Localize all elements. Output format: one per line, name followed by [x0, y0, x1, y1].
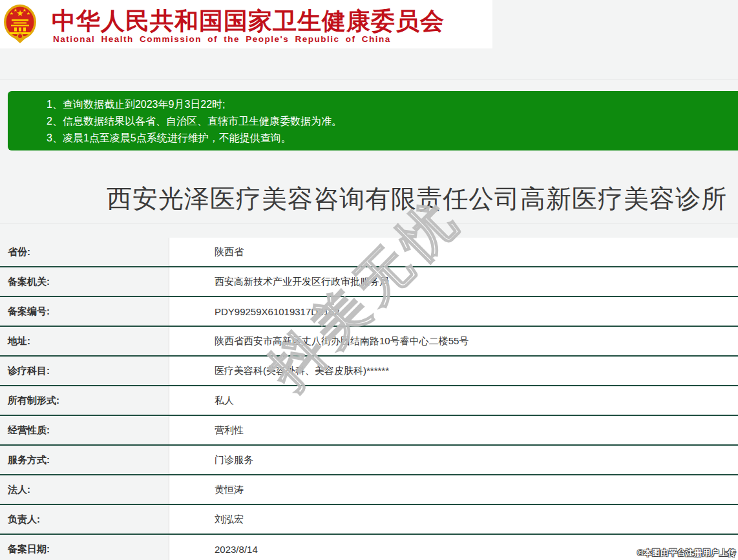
clinic-name-title: 西安光泽医疗美容咨询有限责任公司高新医疗美容诊所 [107, 181, 727, 216]
table-row-filing-number: 备案编号: PDY99259X61019317D2162 [0, 297, 738, 327]
page: { "header": { "title_cn": "中华人民共和国国家卫生健康… [0, 0, 738, 560]
table-row-service-mode: 服务方式: 门诊服务 [0, 446, 738, 475]
field-value: 门诊服务 [169, 446, 738, 474]
svg-text:★: ★ [26, 11, 30, 16]
field-label: 诊疗科目: [0, 357, 169, 385]
field-label: 备案机关: [0, 267, 169, 296]
notice-line-3: 3、凌晨1点至凌晨5点系统进行维护，不能提供查询。 [47, 130, 732, 147]
title-divider [0, 223, 738, 223]
field-label: 负责人: [0, 505, 169, 534]
field-label: 服务方式: [0, 446, 169, 474]
field-label: 地址: [0, 327, 169, 355]
upload-credit-watermark: ©本图由平台注册用户上传 [637, 548, 736, 559]
field-label: 经营性质: [0, 416, 169, 444]
field-value: 西安高新技术产业开发区行政审批服务局 [169, 267, 738, 296]
table-row-business-nature: 经营性质: 营利性 [0, 416, 738, 446]
field-value: PDY99259X61019317D2162 [169, 297, 738, 326]
field-value: 黄恒涛 [169, 475, 738, 504]
notice-box: 1、查询数据截止到2023年9月3日22时; 2、信息数据结果以各省、自治区、直… [8, 91, 738, 150]
table-row-person-in-charge: 负责人: 刘泓宏 [0, 505, 738, 535]
header-title-cn: 中华人民共和国国家卫生健康委员会 [52, 5, 445, 37]
record-info-table: 省份: 陕西省 备案机关: 西安高新技术产业开发区行政审批服务局 备案编号: P… [0, 238, 738, 560]
header-divider [0, 79, 738, 79]
field-label: 省份: [0, 238, 169, 266]
table-row-legal-person: 法人: 黄恒涛 [0, 475, 738, 505]
field-value: 陕西省 [169, 238, 738, 266]
field-label: 所有制形式: [0, 386, 169, 415]
field-label: 备案日期: [0, 535, 169, 560]
table-row-ownership: 所有制形式: 私人 [0, 386, 738, 416]
header-title-en: National Health Commission of the People… [53, 34, 391, 44]
notice-line-1: 1、查询数据截止到2023年9月3日22时; [47, 96, 732, 113]
notice-line-2: 2、信息数据结果以各省、自治区、直辖市卫生健康委数据为准。 [47, 113, 732, 130]
table-row-province: 省份: 陕西省 [0, 238, 738, 267]
field-label: 备案编号: [0, 297, 169, 326]
svg-text:★: ★ [14, 8, 17, 12]
field-value: 私人 [169, 386, 738, 415]
table-row-address: 地址: 陕西省西安市高新区丈八街办团结南路10号睿中心二楼55号 [0, 327, 738, 357]
field-value: 营利性 [169, 416, 738, 444]
site-header: ★ ★ ★ ★ ★ 中华人民共和国国家卫生健康委员会 National Heal… [0, 0, 492, 48]
table-row-filing-date: 备案日期: 2023/8/14 [0, 535, 738, 560]
field-value: 陕西省西安市高新区丈八街办团结南路10号睿中心二楼55号 [169, 327, 738, 355]
field-value: 刘泓宏 [169, 505, 738, 534]
national-emblem-icon: ★ ★ ★ ★ ★ [3, 4, 37, 44]
field-label: 法人: [0, 475, 169, 504]
table-row-departments: 诊疗科目: 医疗美容科(美容外科、美容皮肤科)****** [0, 357, 738, 386]
field-value: 医疗美容科(美容外科、美容皮肤科)****** [169, 357, 738, 385]
table-row-filing-authority: 备案机关: 西安高新技术产业开发区行政审批服务局 [0, 267, 738, 297]
